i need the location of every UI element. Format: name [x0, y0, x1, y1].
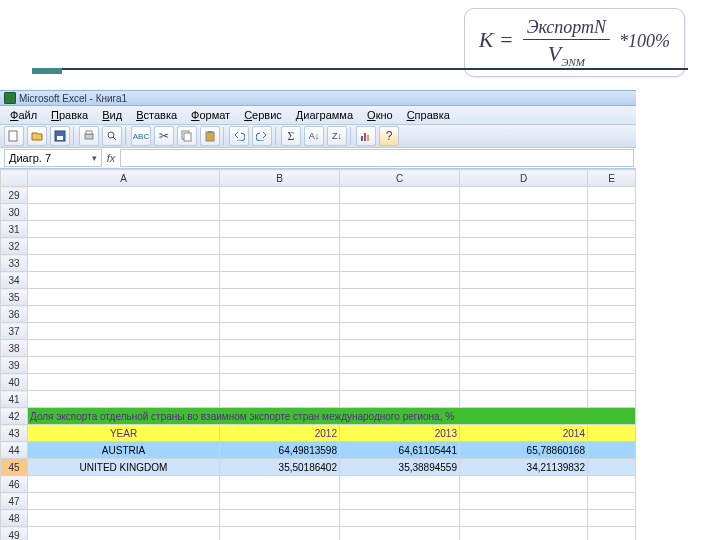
row-header-35[interactable]: 35: [1, 289, 28, 306]
cell[interactable]: [588, 340, 636, 357]
row-header-38[interactable]: 38: [1, 340, 28, 357]
cell[interactable]: [460, 510, 588, 527]
cell[interactable]: [588, 527, 636, 541]
open-icon[interactable]: [27, 126, 47, 146]
cell[interactable]: [460, 340, 588, 357]
cell[interactable]: [28, 374, 220, 391]
cell[interactable]: [460, 391, 588, 408]
name-box[interactable]: Диагр. 7 ▾: [4, 149, 102, 167]
new-file-icon[interactable]: [4, 126, 24, 146]
col-header-B[interactable]: B: [220, 170, 340, 187]
cell[interactable]: [588, 272, 636, 289]
cell[interactable]: [340, 238, 460, 255]
cell[interactable]: [460, 238, 588, 255]
cell[interactable]: [588, 442, 636, 459]
cell[interactable]: [220, 527, 340, 541]
menu-item-вид[interactable]: Вид: [96, 107, 128, 123]
row-header-36[interactable]: 36: [1, 306, 28, 323]
cell[interactable]: [340, 272, 460, 289]
row-header-44[interactable]: 44: [1, 442, 28, 459]
cell[interactable]: [460, 493, 588, 510]
cell[interactable]: [28, 510, 220, 527]
cell[interactable]: [220, 221, 340, 238]
sort-desc-icon[interactable]: Z↓: [327, 126, 347, 146]
row-header-49[interactable]: 49: [1, 527, 28, 541]
cell[interactable]: [220, 306, 340, 323]
cell[interactable]: [460, 204, 588, 221]
cell[interactable]: [588, 306, 636, 323]
row-header-34[interactable]: 34: [1, 272, 28, 289]
cell[interactable]: YEAR: [28, 425, 220, 442]
copy-icon[interactable]: [177, 126, 197, 146]
row-header-43[interactable]: 43: [1, 425, 28, 442]
cell[interactable]: [460, 306, 588, 323]
cell[interactable]: [28, 255, 220, 272]
cell[interactable]: [340, 204, 460, 221]
sum-icon[interactable]: Σ: [281, 126, 301, 146]
cell[interactable]: [340, 357, 460, 374]
cell[interactable]: [220, 476, 340, 493]
row-header-40[interactable]: 40: [1, 374, 28, 391]
cell[interactable]: [28, 357, 220, 374]
cell[interactable]: [340, 323, 460, 340]
cell[interactable]: [28, 527, 220, 541]
cell[interactable]: 2014: [460, 425, 588, 442]
cell[interactable]: [340, 493, 460, 510]
cell[interactable]: [588, 238, 636, 255]
cell[interactable]: [340, 306, 460, 323]
cell[interactable]: 64,49813598: [220, 442, 340, 459]
cell[interactable]: AUSTRIA: [28, 442, 220, 459]
cell[interactable]: [588, 255, 636, 272]
cell[interactable]: [28, 187, 220, 204]
cell[interactable]: [460, 323, 588, 340]
cell[interactable]: [460, 255, 588, 272]
cell[interactable]: [588, 204, 636, 221]
cell[interactable]: [28, 221, 220, 238]
cell[interactable]: [340, 289, 460, 306]
row-header-39[interactable]: 39: [1, 357, 28, 374]
select-all[interactable]: [1, 170, 28, 187]
cell[interactable]: [28, 306, 220, 323]
cell[interactable]: [28, 289, 220, 306]
cell[interactable]: [220, 510, 340, 527]
cell[interactable]: [28, 238, 220, 255]
help-icon[interactable]: ?: [379, 126, 399, 146]
row-header-45[interactable]: 45: [1, 459, 28, 476]
cell[interactable]: [220, 272, 340, 289]
menu-item-вставка[interactable]: Вставка: [130, 107, 183, 123]
cell[interactable]: [340, 374, 460, 391]
cell[interactable]: 35,50186402: [220, 459, 340, 476]
cell[interactable]: [28, 323, 220, 340]
row-header-32[interactable]: 32: [1, 238, 28, 255]
cell[interactable]: [28, 272, 220, 289]
cell[interactable]: [220, 391, 340, 408]
cell[interactable]: [460, 527, 588, 541]
cell[interactable]: Доля экспорта отдельной страны во взаимн…: [28, 408, 636, 425]
cell[interactable]: [220, 289, 340, 306]
col-header-C[interactable]: C: [340, 170, 460, 187]
cell[interactable]: 2013: [340, 425, 460, 442]
cell[interactable]: [588, 459, 636, 476]
cell[interactable]: [588, 374, 636, 391]
cell[interactable]: 34,21139832: [460, 459, 588, 476]
save-icon[interactable]: [50, 126, 70, 146]
cell[interactable]: [340, 391, 460, 408]
row-header-46[interactable]: 46: [1, 476, 28, 493]
cell[interactable]: [28, 340, 220, 357]
menu-item-правка[interactable]: Правка: [45, 107, 94, 123]
cell[interactable]: [340, 187, 460, 204]
cell[interactable]: [460, 357, 588, 374]
cell[interactable]: [28, 204, 220, 221]
cell[interactable]: [460, 187, 588, 204]
cell[interactable]: [460, 221, 588, 238]
menu-item-диаграмма[interactable]: Диаграмма: [290, 107, 359, 123]
cell[interactable]: [220, 204, 340, 221]
cell[interactable]: [28, 493, 220, 510]
cell[interactable]: [460, 289, 588, 306]
cell[interactable]: [460, 272, 588, 289]
cell[interactable]: [460, 374, 588, 391]
formula-bar[interactable]: [120, 149, 634, 167]
spreadsheet-grid[interactable]: ABCDE2930313233343536373839404142Доля эк…: [0, 169, 636, 540]
cell[interactable]: 65,78860168: [460, 442, 588, 459]
cell[interactable]: [588, 493, 636, 510]
